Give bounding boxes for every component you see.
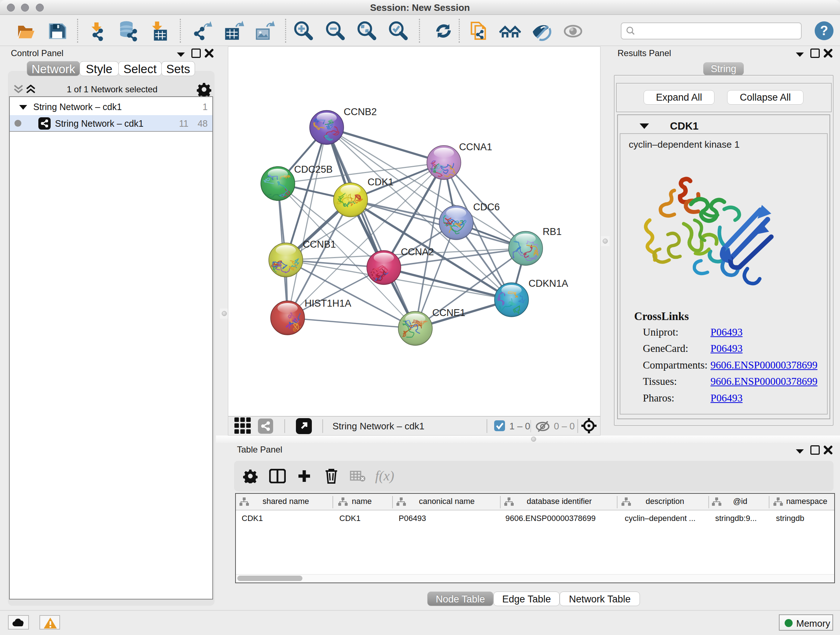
svg-text:CDC6: CDC6 [473, 202, 500, 212]
svg-text:CCNB1: CCNB1 [303, 239, 336, 250]
svg-text:RB1: RB1 [543, 226, 562, 237]
svg-text:CCNE1: CCNE1 [432, 307, 466, 318]
svg-text:CCNB2: CCNB2 [344, 106, 377, 117]
svg-text:CCNA2: CCNA2 [401, 247, 434, 257]
svg-text:HIST1H1A: HIST1H1A [305, 298, 351, 309]
svg-text:CDC25B: CDC25B [294, 164, 333, 175]
svg-text:CDK1: CDK1 [368, 177, 393, 187]
svg-text:CCNA1: CCNA1 [459, 141, 493, 152]
svg-text:CDKN1A: CDKN1A [529, 278, 568, 289]
